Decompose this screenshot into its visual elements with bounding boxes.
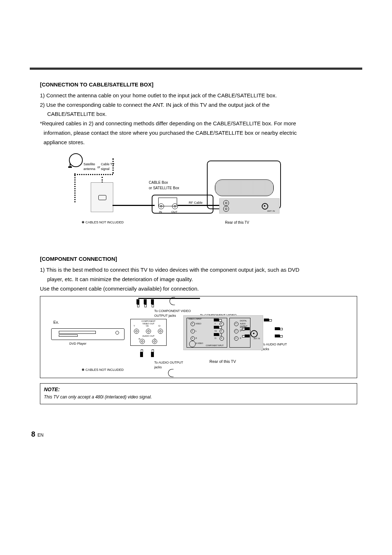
cb-jack-icon	[146, 329, 151, 334]
cable-line	[138, 298, 200, 299]
page-lang: EN	[37, 433, 44, 438]
note-box: NOTE: This TV can only accept a 480i (in…	[40, 383, 357, 404]
plug-icon	[214, 318, 222, 322]
section2-step2: Use the component cable (commercially av…	[40, 285, 357, 293]
digital-audio-jack-icon	[234, 322, 238, 326]
dotted-cable	[74, 173, 76, 202]
to-audio-input-label: To AUDIO INPUT jacks	[262, 342, 287, 352]
section1-step2-line1: 2) Use the corresponding cable to connec…	[40, 101, 357, 109]
plug-icon	[242, 334, 250, 338]
ant-in-jack-icon	[262, 203, 268, 210]
cr-jack-icon	[158, 329, 163, 334]
cr-label: Cr	[215, 337, 216, 340]
plug-icon	[136, 299, 140, 307]
ant-in-jack-icon	[250, 330, 258, 337]
satellite-antenna-label: Satellite antenna	[83, 162, 95, 171]
section2-step1-line1: 1) This is the best method to connect th…	[40, 266, 357, 274]
audio-l-jack-icon	[234, 329, 238, 333]
y-jack-icon	[134, 329, 139, 334]
section1-note-line3: appliance stores.	[40, 138, 357, 146]
cable-box-label: CABLE Box or SATELLITE Box	[149, 180, 179, 191]
ant-in-label: ANT. IN	[254, 337, 260, 340]
panel-jack	[223, 200, 229, 206]
cables-not-included-label: ✽ CABLES NOT INCLUDED	[82, 220, 124, 225]
rear-of-tv-label: Rear of this TV	[225, 220, 249, 226]
dish-base	[68, 166, 72, 168]
video1-input-label: VIDEO-1 INPUT	[188, 318, 201, 320]
y-label: Y	[134, 324, 135, 328]
satellite-dish-icon	[69, 153, 83, 167]
dotted-cable	[74, 173, 113, 175]
ex-label: Ex.	[53, 320, 59, 325]
in-label: IN	[159, 210, 162, 214]
y-label: Y	[215, 323, 216, 325]
section1-note-line1: *Required cables in 2) and connecting me…	[40, 119, 357, 127]
dvd-player-label: DVD Player	[69, 341, 86, 346]
note-body: This TV can only accept a 480i (interlac…	[44, 394, 353, 400]
s-video-label: S-VIDEO	[196, 342, 203, 345]
out-label: OUT	[171, 210, 177, 214]
cr-jack-icon	[220, 336, 224, 341]
cb-label: Cb	[215, 330, 217, 332]
plug-icon	[140, 349, 143, 357]
plug-icon	[264, 318, 272, 322]
r-label: R	[196, 337, 197, 340]
plug-icon	[151, 349, 154, 357]
s-video-jack-icon	[189, 341, 196, 347]
figure-cable-satellite: Satellite antenna or Cable TV signal CAB…	[40, 153, 357, 237]
l-jack-icon	[191, 329, 195, 333]
dish-arm	[70, 163, 70, 166]
wall-outlet-icon	[91, 182, 113, 212]
component-input-label: COMPONENT INPUT	[206, 344, 224, 347]
audio-r-jack-icon	[140, 339, 145, 344]
section2-title: [COMPONENT CONNECTION]	[40, 255, 357, 263]
cables-not-included-label: ✽ CABLES NOT INCLUDED	[82, 368, 124, 372]
section1-step2-line2: CABLE/SATELLITE box.	[40, 110, 357, 118]
dvd-player-icon	[51, 328, 124, 340]
audio-r-jack-icon	[234, 336, 238, 341]
section1-note-line2: information, please contact the store wh…	[40, 129, 357, 137]
note-title: NOTE:	[44, 386, 353, 393]
tv-rear-panel-full: VIDEO-1 INPUT VIDEO L R S-VIDEO Y Cb Cr …	[183, 315, 263, 350]
page-number: 8	[31, 430, 35, 438]
rear-of-tv-label: Rear of this TV	[209, 359, 236, 365]
video-label: VIDEO	[196, 323, 201, 325]
cable-bend-icon	[168, 369, 173, 377]
tv-rear-panel: ANT. IN	[219, 198, 279, 214]
plug-icon	[242, 327, 250, 331]
audio-l-jack-icon	[152, 339, 157, 344]
to-audio-output-label: To AUDIO OUTPUT jacks	[154, 360, 183, 370]
audio-out-header: AUDIO OUT	[131, 335, 166, 338]
audio-digital-group: DIGITAL AUDIO OUTPUT L AUDIO INPUT R	[229, 318, 250, 348]
section2-step1-line2: player, etc. It can minimize the deterio…	[40, 275, 357, 283]
l-label: L	[196, 330, 197, 332]
section1-step1: 1) Connect the antenna cable on your hom…	[40, 92, 357, 100]
r-jack-icon	[191, 336, 195, 341]
ant-in-label: ANT. IN	[267, 210, 275, 213]
dotted-cable	[113, 158, 114, 174]
or-label: or	[97, 165, 100, 170]
section1-title: [CONNECTION TO CABLE/SATELLITE BOX]	[40, 81, 357, 89]
plug-icon	[143, 299, 147, 307]
plug-icon	[214, 333, 222, 336]
comp-video-out-header: COMPONENT VIDEO OUT	[131, 320, 166, 325]
plug-icon	[214, 325, 222, 329]
plug-icon	[275, 327, 283, 331]
r-label: R	[240, 337, 241, 340]
plug-icon	[275, 334, 283, 338]
page-content: [CONNECTION TO CABLE/SATELLITE BOX] 1) C…	[0, 70, 392, 404]
plug-icon	[151, 299, 154, 307]
cable-line	[113, 205, 155, 206]
cb-label: Cb	[146, 324, 149, 328]
video-jack-icon	[191, 322, 195, 326]
cr-label: Cr	[158, 324, 160, 328]
panel-jack	[223, 206, 229, 212]
component-video-out-box: COMPONENT VIDEO OUT Y Cb Cr AUDIO OUT R …	[130, 319, 167, 346]
figure-component-connection: Ex. DVD Player ✽ CABLES NOT INCLUDED COM…	[40, 296, 357, 378]
page-footer: 8EN	[31, 430, 44, 438]
